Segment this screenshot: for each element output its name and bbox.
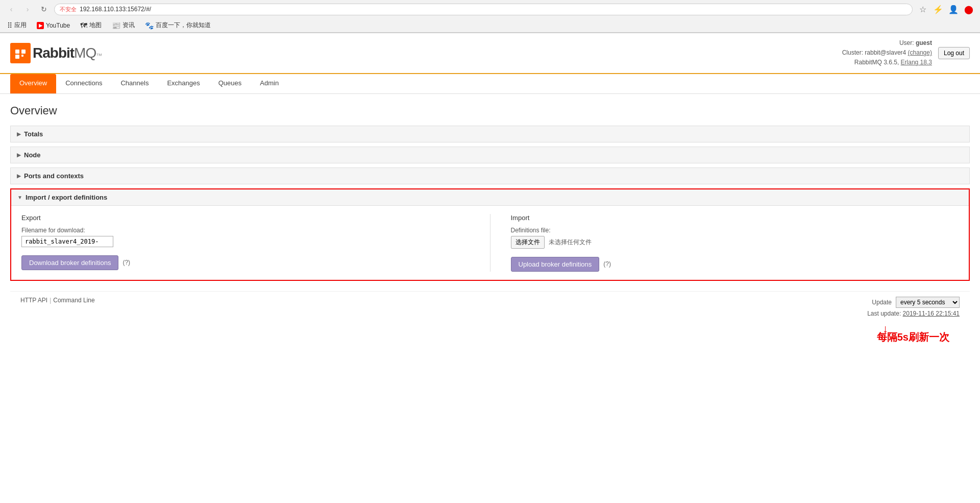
tab-connections[interactable]: Connections bbox=[56, 74, 111, 93]
tab-channels[interactable]: Channels bbox=[111, 74, 158, 93]
import-export-title: Import / export definitions bbox=[26, 194, 107, 201]
svg-rect-2 bbox=[21, 50, 26, 54]
extension-button[interactable]: ⚡ bbox=[932, 3, 944, 15]
maps-label: 地图 bbox=[89, 21, 102, 30]
toolbar-icons: ☆ ⚡ 👤 ⬤ bbox=[917, 3, 975, 15]
filename-input[interactable] bbox=[21, 236, 113, 247]
back-button[interactable]: ‹ bbox=[5, 3, 17, 15]
http-api-link[interactable]: HTTP API bbox=[20, 297, 47, 304]
export-title: Export bbox=[21, 214, 470, 222]
logout-button[interactable]: Log out bbox=[938, 47, 970, 59]
tab-queues[interactable]: Queues bbox=[209, 74, 251, 93]
import-title: Import bbox=[511, 214, 959, 222]
logo: RabbitMQ™ bbox=[10, 43, 102, 63]
node-header[interactable]: ▶ Node bbox=[11, 147, 969, 163]
logo-text: RabbitMQ™ bbox=[33, 45, 102, 61]
app-nav: Overview Connections Channels Exchanges … bbox=[0, 74, 980, 94]
maps-favicon: 🗺 bbox=[80, 21, 87, 30]
node-chevron: ▶ bbox=[17, 152, 21, 158]
filename-label: Filename for download: bbox=[21, 227, 470, 234]
tab-admin[interactable]: Admin bbox=[251, 74, 288, 93]
import-action-row: Upload broker definitions (?) bbox=[511, 257, 959, 272]
ports-label: Ports and contexts bbox=[24, 172, 84, 180]
bookmark-youtube[interactable]: ▶ YouTube bbox=[35, 21, 72, 30]
col-divider bbox=[490, 214, 491, 272]
import-export-chevron: ▼ bbox=[17, 195, 22, 200]
ports-section: ▶ Ports and contexts bbox=[10, 167, 970, 184]
choose-file-button[interactable]: 选择文件 bbox=[511, 236, 545, 249]
footer-right: Update every 5 seconds every 10 seconds … bbox=[867, 297, 960, 344]
last-update-text: Last update: 2019-11-16 22:15:41 bbox=[867, 310, 960, 317]
header-info: User: guest Cluster: rabbit@slaver4 (cha… bbox=[842, 38, 970, 68]
file-upload-area: 选择文件 未选择任何文件 bbox=[511, 236, 959, 249]
youtube-favicon: ▶ bbox=[37, 22, 44, 29]
export-col: Export Filename for download: Download b… bbox=[21, 214, 470, 272]
last-update-value[interactable]: 2019-11-16 22:15:41 bbox=[903, 310, 960, 317]
baidu-label: 百度一下，你就知道 bbox=[156, 21, 211, 30]
upload-broker-definitions-button[interactable]: Upload broker definitions bbox=[511, 257, 600, 272]
bookmark-news[interactable]: 📰 资讯 bbox=[110, 20, 137, 31]
svg-rect-1 bbox=[15, 50, 19, 54]
page-title: Overview bbox=[10, 104, 970, 117]
app-footer: HTTP API | Command Line Update every 5 s… bbox=[10, 291, 970, 349]
address-bar[interactable]: 不安全 192.168.110.133:15672/#/ bbox=[54, 4, 913, 15]
news-favicon: 📰 bbox=[112, 21, 120, 30]
update-label: Update bbox=[872, 299, 892, 306]
definitions-label: Definitions file: bbox=[511, 227, 959, 234]
annotation-text: 每隔5s刷新一次 bbox=[877, 331, 949, 343]
app-header: RabbitMQ™ User: guest Cluster: rabbit@sl… bbox=[0, 33, 980, 74]
erlang-link[interactable]: Erlang 18.3 bbox=[901, 59, 932, 66]
update-row: Update every 5 seconds every 10 seconds … bbox=[867, 297, 960, 308]
svg-rect-0 bbox=[13, 45, 28, 61]
menu-button[interactable]: ⬤ bbox=[963, 3, 975, 15]
download-broker-definitions-button[interactable]: Download broker definitions bbox=[21, 255, 118, 270]
news-label: 资讯 bbox=[122, 21, 135, 30]
svg-rect-3 bbox=[15, 55, 19, 59]
rabbitmq-app: RabbitMQ™ User: guest Cluster: rabbit@sl… bbox=[0, 33, 980, 500]
ports-chevron: ▶ bbox=[17, 173, 21, 179]
bookmark-apps[interactable]: ⠿ 应用 bbox=[5, 20, 29, 31]
export-action-row: Download broker definitions (?) bbox=[21, 255, 470, 270]
user-name: guest bbox=[916, 39, 932, 46]
tab-exchanges[interactable]: Exchanges bbox=[158, 74, 209, 93]
import-export-panel: ▼ Import / export definitions Export Fil… bbox=[10, 188, 970, 281]
cluster-change-link[interactable]: (change) bbox=[908, 49, 932, 56]
user-label: User: bbox=[899, 39, 914, 46]
import-export-header[interactable]: ▼ Import / export definitions bbox=[11, 189, 969, 206]
main-content: Overview ▶ Totals ▶ Node ▶ Ports and con… bbox=[0, 94, 980, 360]
totals-label: Totals bbox=[24, 130, 43, 138]
baidu-favicon: 🐾 bbox=[145, 21, 154, 30]
update-select[interactable]: every 5 seconds every 10 seconds every 3… bbox=[896, 297, 960, 308]
security-icon: 不安全 bbox=[60, 6, 77, 13]
bookmark-baidu[interactable]: 🐾 百度一下，你就知道 bbox=[143, 20, 213, 31]
command-line-link[interactable]: Command Line bbox=[53, 297, 94, 304]
export-help-link[interactable]: (?) bbox=[122, 259, 130, 266]
svg-rect-4 bbox=[21, 55, 23, 57]
footer-links: HTTP API | Command Line bbox=[20, 297, 95, 304]
cluster-label: Cluster: bbox=[842, 49, 863, 56]
tab-overview[interactable]: Overview bbox=[10, 74, 56, 93]
totals-chevron: ▶ bbox=[17, 131, 21, 137]
totals-header[interactable]: ▶ Totals bbox=[11, 126, 969, 142]
header-user-info: User: guest Cluster: rabbit@slaver4 (cha… bbox=[842, 38, 932, 68]
url-text: 192.168.110.133:15672/#/ bbox=[80, 6, 151, 13]
bookmark-maps[interactable]: 🗺 地图 bbox=[78, 20, 104, 31]
totals-section: ▶ Totals bbox=[10, 126, 970, 142]
annotation-area: ↓ 每隔5s刷新一次 bbox=[867, 322, 960, 344]
forward-button[interactable]: › bbox=[21, 3, 34, 15]
import-export-body: Export Filename for download: Download b… bbox=[11, 206, 969, 280]
version-label: RabbitMQ 3.6.5, bbox=[854, 59, 899, 66]
profile-button[interactable]: 👤 bbox=[947, 3, 960, 15]
cluster-value: rabbit@slaver4 bbox=[865, 49, 906, 56]
no-file-text: 未选择任何文件 bbox=[549, 238, 592, 247]
node-section: ▶ Node bbox=[10, 147, 970, 163]
browser-chrome: ‹ › ↻ 不安全 192.168.110.133:15672/#/ ☆ ⚡ 👤… bbox=[0, 0, 980, 33]
browser-toolbar: ‹ › ↻ 不安全 192.168.110.133:15672/#/ ☆ ⚡ 👤… bbox=[0, 0, 980, 18]
logo-icon bbox=[10, 43, 31, 63]
star-button[interactable]: ☆ bbox=[917, 3, 929, 15]
import-col: Import Definitions file: 选择文件 未选择任何文件 Up… bbox=[511, 214, 959, 272]
reload-button[interactable]: ↻ bbox=[38, 3, 50, 15]
import-help-link[interactable]: (?) bbox=[603, 260, 611, 268]
ports-header[interactable]: ▶ Ports and contexts bbox=[11, 168, 969, 184]
apps-label: 应用 bbox=[14, 21, 27, 30]
